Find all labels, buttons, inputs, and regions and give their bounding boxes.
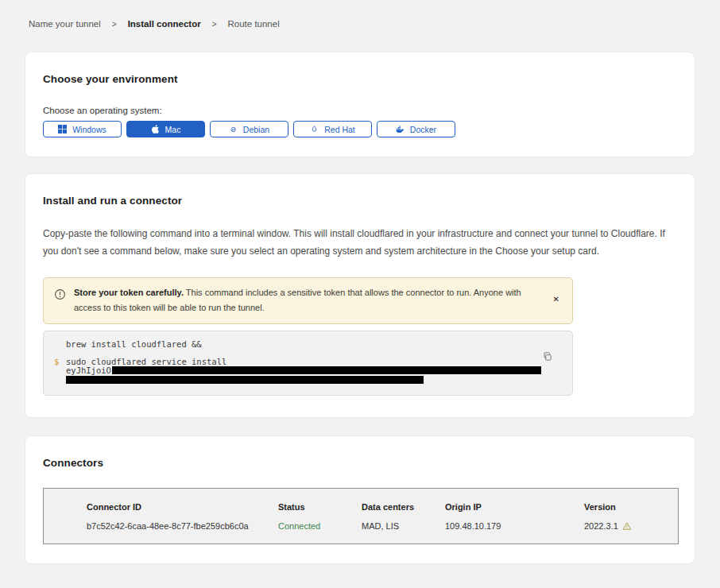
docker-icon [396,125,405,133]
header-connector-id: Connector ID [87,502,278,512]
close-icon[interactable]: ✕ [553,296,559,304]
os-button-redhat[interactable]: Red Hat [293,121,372,137]
info-circle-icon [54,288,66,300]
os-button-label: Debian [243,125,269,134]
environment-card: Choose your environment Choose an operat… [25,52,695,157]
code-line-brew: brew install cloudflared && [54,340,540,349]
header-version: Version [584,502,670,512]
breadcrumb-install-connector[interactable]: Install connector [128,19,201,29]
header-status: Status [278,502,362,512]
os-button-label: Docker [410,125,436,134]
connectors-card-title: Connectors [43,457,677,469]
code-text-brew: brew install cloudflared && [66,340,202,349]
connectors-table-header: Connector ID Status Data centers Origin … [87,502,670,512]
code-text-sudo: sudo cloudflared service install [66,358,541,366]
token-prefix: eyJhIjoiO [66,366,111,375]
code-line-sudo: $ sudo cloudflared service install eyJhI… [54,358,540,385]
header-data-centers: Data centers [362,502,445,512]
os-button-mac[interactable]: Mac [126,121,205,137]
token-warning-text: Store your token carefully. This command… [74,285,542,316]
token-redaction-bar [66,376,424,384]
install-card: Install and run a connector Copy-paste t… [25,173,695,418]
token-redaction-bar [112,366,541,374]
token-warning-bold: Store your token carefully. [74,288,184,297]
cell-data-centers: MAD, LIS [362,521,445,531]
install-command-codeblock: brew install cloudflared && $ sudo cloud… [43,331,573,396]
cell-version: 2022.3.1 [584,521,670,531]
os-button-label: Red Hat [324,125,355,134]
page: Name your tunnel > Install connector > R… [0,0,720,588]
breadcrumb-separator: > [112,20,117,29]
os-button-docker[interactable]: Docker [377,121,455,137]
os-button-debian[interactable]: Debian [210,121,288,137]
status-badge: Connected [278,521,362,531]
os-button-label: Mac [165,125,181,134]
debian-icon [229,125,238,133]
install-card-title: Install and run a connector [43,195,677,207]
copy-icon[interactable] [543,352,553,365]
os-select-label: Choose an operating system: [43,106,677,115]
breadcrumb: Name your tunnel > Install connector > R… [25,0,695,29]
os-button-windows[interactable]: Windows [43,121,122,137]
breadcrumb-separator: > [212,20,217,29]
header-origin-ip: Origin IP [445,502,584,512]
os-button-label: Windows [72,125,106,134]
os-button-group: Windows Mac Debian Red Hat [43,121,677,137]
token-warning-banner: Store your token carefully. This command… [43,277,573,324]
windows-icon [58,125,67,133]
shell-prompt: $ [54,358,66,385]
code-token-line: eyJhIjoiO [66,366,541,375]
redhat-icon [310,125,319,133]
breadcrumb-name-your-tunnel[interactable]: Name your tunnel [29,19,101,29]
connectors-card: Connectors Connector ID Status Data cent… [25,435,695,564]
environment-card-title: Choose your environment [43,73,677,85]
cell-origin-ip: 109.48.10.179 [445,521,584,531]
table-row: b7c52c42-6caa-48ee-8c77-fbe259cb6c0a Con… [87,521,670,531]
apple-icon [151,125,160,133]
install-description: Copy-paste the following command into a … [43,226,677,260]
version-number: 2022.3.1 [584,521,618,531]
cell-connector-id: b7c52c42-6caa-48ee-8c77-fbe259cb6c0a [87,521,278,531]
warning-triangle-icon [622,521,632,531]
connectors-table: Connector ID Status Data centers Origin … [43,488,679,544]
breadcrumb-route-tunnel[interactable]: Route tunnel [228,19,280,29]
